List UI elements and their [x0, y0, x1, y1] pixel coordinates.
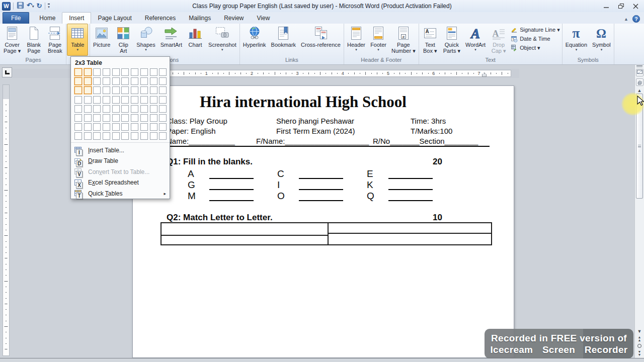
table-size-cell[interactable] — [103, 123, 110, 131]
customize-qat-button[interactable]: ▾ — [48, 4, 50, 9]
minimize-button[interactable] — [599, 2, 614, 11]
ribbon-button-clip-art[interactable]: ClipArt — [113, 24, 134, 56]
table-size-cell[interactable] — [74, 68, 82, 76]
ribbon-button-date-time[interactable]: 5Date & Time — [511, 35, 560, 42]
table-size-cell[interactable] — [112, 86, 120, 94]
table-size-cell[interactable] — [121, 96, 129, 104]
redo-button[interactable]: ↻ — [36, 3, 42, 10]
table-size-cell[interactable] — [140, 105, 148, 113]
ribbon-button-blank-page[interactable]: BlankPage — [23, 24, 44, 56]
table-size-cell[interactable] — [121, 123, 129, 131]
table-size-cell[interactable] — [159, 132, 167, 140]
table-size-cell[interactable] — [84, 123, 92, 131]
table-size-cell[interactable] — [93, 86, 101, 94]
table-size-cell[interactable] — [84, 96, 92, 104]
table-size-cell[interactable] — [121, 86, 129, 94]
ribbon-button-screenshot[interactable]: Screenshot▾ — [206, 24, 239, 56]
ribbon-button-symbol[interactable]: ΩSymbol▾ — [590, 24, 613, 56]
undo-dropdown-arrow[interactable]: ▾ — [32, 5, 34, 8]
table-size-cell[interactable] — [159, 86, 167, 94]
table-size-cell[interactable] — [159, 114, 167, 122]
table-size-cell[interactable] — [150, 86, 157, 94]
table-size-cell[interactable] — [103, 77, 110, 85]
table-size-cell[interactable] — [140, 77, 148, 85]
table-size-cell[interactable] — [112, 123, 120, 131]
ribbon-button-table[interactable]: Table▾ — [67, 24, 88, 56]
table-size-cell[interactable] — [112, 105, 120, 113]
table-size-cell[interactable] — [74, 105, 82, 113]
table-size-cell[interactable] — [103, 105, 110, 113]
tab-page-layout[interactable]: Page Layout — [91, 13, 138, 24]
table-size-cell[interactable] — [112, 96, 120, 104]
table-size-cell[interactable] — [150, 114, 157, 122]
ribbon-button-footer[interactable]: Footer▾ — [368, 24, 389, 56]
tab-references[interactable]: References — [138, 13, 182, 24]
ribbon-button-signature-line[interactable]: Signature Line ▾ — [511, 26, 560, 33]
table-size-cell[interactable] — [150, 105, 157, 113]
table-size-cell[interactable] — [112, 132, 120, 140]
table-size-cell[interactable] — [112, 68, 120, 76]
help-button[interactable]: ? — [632, 15, 640, 23]
table-size-cell[interactable] — [93, 114, 101, 122]
ribbon-button-object[interactable]: Object ▾ — [511, 44, 560, 51]
tab-stop-selector[interactable] — [2, 67, 12, 77]
table-size-cell[interactable] — [121, 105, 129, 113]
ribbon-button-text-box[interactable]: ATextBox ▾ — [420, 24, 441, 56]
table-size-cell[interactable] — [159, 68, 167, 76]
ribbon-button-cover-page[interactable]: CoverPage ▾ — [1, 24, 23, 56]
table-size-cell[interactable] — [74, 86, 82, 94]
table-size-cell[interactable] — [103, 114, 110, 122]
pan-hand-icon[interactable] — [636, 78, 643, 86]
table-size-cell[interactable] — [103, 96, 110, 104]
next-page-button[interactable]: ▼▼ — [635, 350, 644, 356]
menu-item-quick-tables[interactable]: TQuick Tables▸ — [71, 188, 170, 199]
table-size-cell[interactable] — [150, 68, 157, 76]
match-table[interactable] — [160, 222, 492, 245]
ribbon-button-page-number[interactable]: #PageNumber ▾ — [389, 24, 418, 56]
table-size-cell[interactable] — [103, 86, 110, 94]
table-size-cell[interactable] — [84, 105, 92, 113]
scroll-down-button[interactable]: ▼ — [635, 328, 644, 335]
table-size-cell[interactable] — [131, 86, 138, 94]
tab-review[interactable]: Review — [217, 13, 250, 24]
ribbon-button-chart[interactable]: Chart — [185, 24, 206, 56]
split-window-handle[interactable] — [636, 65, 642, 67]
table-size-cell[interactable] — [131, 132, 138, 140]
tab-home[interactable]: Home — [33, 13, 62, 24]
table-size-cell[interactable] — [131, 123, 138, 131]
table-size-cell[interactable] — [74, 96, 82, 104]
undo-button[interactable]: ↶▾ — [26, 2, 34, 10]
menu-item-excel-spreadsheet[interactable]: XXExcel Spreadsheet — [71, 177, 170, 189]
table-size-cell[interactable] — [103, 132, 110, 140]
select-browse-object-button[interactable] — [637, 344, 641, 348]
table-size-cell[interactable] — [131, 77, 138, 85]
table-size-cell[interactable] — [140, 96, 148, 104]
tab-insert[interactable]: Insert — [62, 12, 91, 24]
table-size-cell[interactable] — [112, 114, 120, 122]
table-size-cell[interactable] — [93, 105, 101, 113]
ribbon-button-shapes[interactable]: Shapes▾ — [134, 24, 157, 56]
table-size-cell[interactable] — [74, 114, 82, 122]
table-size-cell[interactable] — [84, 77, 92, 85]
table-size-cell[interactable] — [131, 105, 138, 113]
ribbon-button-quick-parts[interactable]: QuickParts ▾ — [441, 24, 463, 56]
table-size-cell[interactable] — [140, 86, 148, 94]
table-size-cell[interactable] — [84, 68, 92, 76]
table-size-cell[interactable] — [159, 123, 167, 131]
menu-item-insert-table[interactable]: IInsert Table... — [71, 145, 170, 156]
ribbon-button-drop-cap[interactable]: ADropCap ▾ — [488, 24, 509, 56]
table-size-cell[interactable] — [150, 123, 157, 131]
ribbon-button-picture[interactable]: Picture — [91, 24, 113, 56]
table-size-cell[interactable] — [140, 114, 148, 122]
table-size-cell[interactable] — [93, 77, 101, 85]
previous-page-button[interactable]: ▲▲ — [635, 336, 644, 342]
ribbon-button-equation[interactable]: πEquation▾ — [563, 24, 590, 56]
word-logo-icon[interactable]: W — [2, 2, 11, 11]
vertical-ruler[interactable] — [3, 84, 10, 356]
table-size-cell[interactable] — [74, 123, 82, 131]
table-size-cell[interactable] — [93, 123, 101, 131]
table-size-cell[interactable] — [150, 77, 157, 85]
table-size-cell[interactable] — [74, 77, 82, 85]
table-size-cell[interactable] — [121, 114, 129, 122]
table-size-cell[interactable] — [159, 105, 167, 113]
